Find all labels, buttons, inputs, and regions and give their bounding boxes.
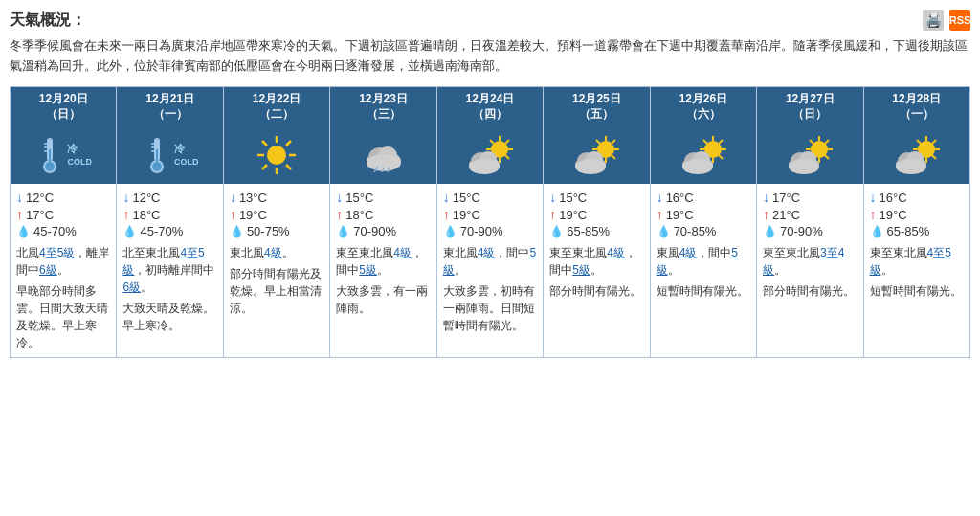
up-arrow-icon: ↑	[763, 207, 769, 222]
humidity-row: 💧 65-85%	[870, 224, 964, 238]
print-icon[interactable]: 🖨️	[923, 10, 944, 31]
svg-line-73	[825, 140, 829, 144]
weather-day-2: 12月22日（二） ↓ 13°C ↑ 19°C 💧	[224, 87, 330, 358]
humidity: 45-70%	[33, 224, 77, 238]
temp-high: 21°C	[772, 208, 800, 222]
temp-low: 13°C	[239, 191, 267, 205]
weather-day-6: 12月26日（六） ↓ 16°C ↑ 19°C	[651, 87, 757, 358]
weather-icon	[330, 126, 435, 184]
up-arrow-icon: ↑	[336, 207, 343, 222]
up-arrow-icon: ↑	[549, 207, 556, 222]
wind-row: 東至東北風4級，間中5級。	[336, 244, 430, 279]
drop-icon: 💧	[549, 225, 564, 238]
humidity-row: 💧 70-90%	[443, 224, 537, 238]
description: 冬季季候風會在未來一兩日為廣東沿岸地區帶來寒冷的天氣。下週初該區普遍晴朗，日夜溫…	[10, 36, 970, 77]
wind-level-link[interactable]: 4至5級	[122, 246, 204, 277]
wind-row: 東至東北風4至5級。	[870, 244, 964, 279]
temp-high: 19°C	[453, 208, 480, 222]
wind-level-link[interactable]: 3至4級	[763, 246, 844, 277]
wind-row: 東風4級，間中5級。	[657, 244, 750, 279]
down-arrow-icon: ↓	[336, 190, 343, 205]
wind-level-link2[interactable]: 6級	[39, 263, 57, 277]
day-body: ↓ 16°C ↑ 19°C 💧 70-85% 東風4級，間中5級。 短暫時間有陽…	[651, 184, 756, 357]
rss-icon[interactable]: RSS	[949, 10, 970, 31]
humidity: 45-70%	[140, 224, 183, 238]
weather-desc: 大致多雲，有一兩陣雨。	[336, 282, 430, 317]
humidity-row: 💧 50-75%	[230, 224, 323, 238]
weather-table: 12月20日（日） 冷COLD ↓ 12°C	[10, 86, 970, 359]
svg-rect-9	[156, 149, 158, 163]
page-header: 天氣概況： 🖨️ RSS	[10, 10, 970, 31]
drop-icon: 💧	[336, 225, 350, 238]
temp-low: 15°C	[345, 191, 373, 205]
day-body: ↓ 12°C ↑ 18°C 💧 45-70% 北至東北風4至5級，初時離岸間中6…	[117, 184, 222, 357]
wind-level-link2[interactable]: 6級	[122, 280, 141, 294]
temp-high-row: ↑ 19°C	[549, 207, 643, 222]
up-arrow-icon: ↑	[443, 207, 450, 222]
svg-line-37	[505, 140, 509, 144]
wind-level-link[interactable]: 4至5級	[39, 246, 75, 259]
title-text: 天氣概況：	[10, 11, 86, 28]
humidity-row: 💧 70-85%	[657, 224, 750, 238]
temp-high: 18°C	[132, 208, 160, 222]
weather-icon	[864, 126, 969, 184]
svg-line-84	[932, 155, 936, 159]
svg-point-10	[152, 162, 162, 171]
wind-level-link[interactable]: 4級	[478, 246, 496, 259]
temp-low: 16°C	[880, 191, 907, 205]
temp-high: 19°C	[880, 208, 907, 222]
svg-point-77	[789, 159, 819, 174]
svg-line-49	[612, 140, 615, 144]
weather-desc: 短暫時間有陽光。	[870, 282, 964, 300]
humidity-row: 💧 70-90%	[763, 224, 857, 238]
weather-day-8: 12月28日（一） ↓ 16°C ↑ 19°C	[864, 87, 969, 358]
down-arrow-icon: ↓	[443, 190, 450, 205]
day-body: ↓ 15°C ↑ 19°C 💧 70-90% 東北風4級，間中5級。 大致多雲，…	[437, 184, 543, 357]
day-body: ↓ 17°C ↑ 21°C 💧 70-90% 東至東北風3至4級。 部分時間有陽…	[757, 184, 862, 357]
wind-level-link2[interactable]: 5級	[572, 263, 590, 277]
svg-line-47	[596, 140, 600, 144]
humidity: 65-85%	[567, 224, 610, 238]
drop-icon: 💧	[443, 225, 457, 238]
weather-icon	[224, 126, 329, 184]
temp-low-row: ↓ 12°C	[122, 190, 216, 205]
up-arrow-icon: ↑	[870, 207, 877, 222]
weather-day-3: 12月23日（三） ↓ 15°C ↑ 18°C 💧 70-90%	[330, 87, 436, 358]
drop-icon: 💧	[122, 225, 137, 238]
wind-row: 東北風4級，間中5級。	[443, 244, 537, 279]
humidity: 70-90%	[353, 224, 396, 238]
wind-level-link[interactable]: 4級	[264, 246, 282, 259]
temp-low: 12°C	[132, 191, 160, 205]
drop-icon: 💧	[657, 225, 671, 238]
weather-desc: 大致天晴及乾燥。早上寒冷。	[122, 300, 216, 334]
day-date: 12月27日（日）	[757, 87, 862, 127]
up-arrow-icon: ↑	[230, 207, 236, 222]
wind-level-link[interactable]: 4級	[393, 246, 412, 259]
wind-row: 東至東北風3至4級。	[763, 244, 857, 279]
up-arrow-icon: ↑	[657, 207, 663, 222]
wind-level-link[interactable]: 4級	[679, 246, 698, 259]
svg-line-19	[262, 141, 267, 146]
wind-level-link[interactable]: 4級	[607, 246, 625, 259]
weather-desc: 大致多雲，初時有一兩陣雨。日間短暫時間有陽光。	[443, 282, 537, 334]
day-date: 12月28日（一）	[864, 87, 969, 127]
temp-high-row: ↑ 19°C	[657, 207, 750, 222]
temp-low: 12°C	[26, 191, 54, 205]
drop-icon: 💧	[16, 225, 31, 238]
day-date: 12月22日（二）	[224, 87, 329, 127]
day-body: ↓ 15°C ↑ 18°C 💧 70-90% 東至東北風4級，間中5級。 大致多…	[330, 184, 435, 357]
temp-high: 19°C	[239, 208, 267, 222]
svg-rect-2	[49, 149, 51, 163]
header-icons: 🖨️ RSS	[923, 10, 970, 31]
wind-level-link2[interactable]: 5級	[657, 246, 738, 277]
day-date: 12月21日（一）	[117, 87, 222, 127]
humidity: 70-90%	[780, 224, 823, 238]
svg-line-35	[490, 140, 494, 144]
day-date: 12月20日（日）	[11, 87, 116, 127]
wind-level-link2[interactable]: 5級	[359, 263, 377, 277]
wind-level-link[interactable]: 4至5級	[870, 246, 951, 277]
temp-high-row: ↑ 17°C	[16, 207, 110, 222]
weather-desc: 早晚部分時間多雲。日間大致天晴及乾燥。早上寒冷。	[16, 282, 110, 351]
svg-point-65	[682, 159, 713, 174]
temp-low-row: ↓ 13°C	[230, 190, 323, 205]
